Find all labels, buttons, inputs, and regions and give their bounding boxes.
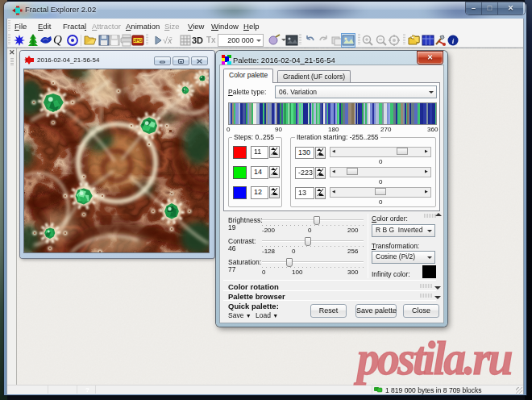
svg-text:JPG: JPG	[133, 38, 142, 43]
